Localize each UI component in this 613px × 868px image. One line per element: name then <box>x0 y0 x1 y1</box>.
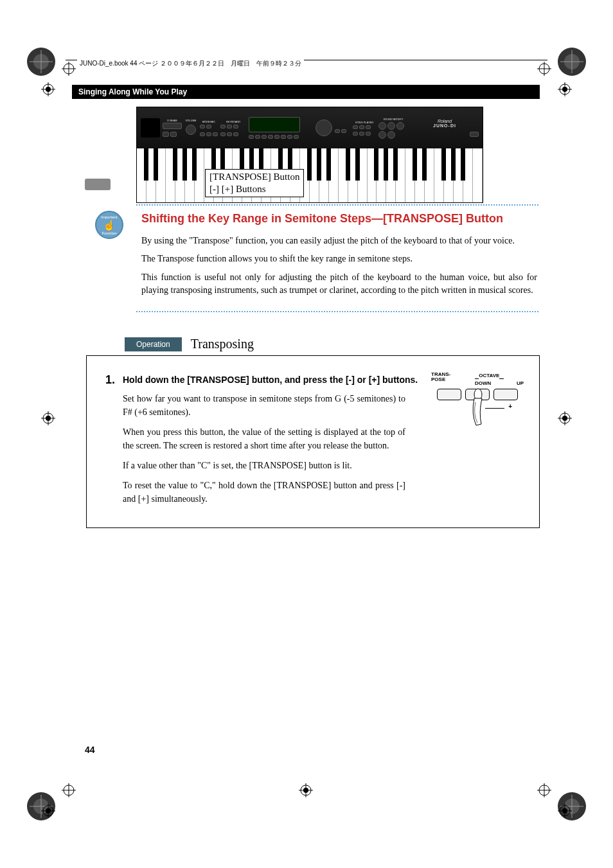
paragraph-2: The Transpose function allows you to shi… <box>141 252 537 265</box>
keyboard-top-panel: D BEAM VOLUME MODE/MIC <box>137 107 483 148</box>
svg-point-23 <box>46 808 51 813</box>
svg-point-17 <box>562 416 567 421</box>
procedure-box: 1. TRANS- POSE OCTAVE DOWN UP <box>86 355 540 528</box>
registration-mark-icon <box>41 804 55 818</box>
panel-label-dbeam: D BEAM <box>163 119 182 122</box>
keyboard-figure: D BEAM VOLUME MODE/MIC <box>136 107 483 203</box>
registration-mark-icon <box>537 783 551 797</box>
registration-mark-icon <box>558 82 572 96</box>
callout-line-2: [-] [+] Buttons <box>209 183 299 195</box>
illus-label-octave: OCTAVE <box>479 373 499 378</box>
illus-down-button <box>465 389 490 400</box>
transpose-button-illustration: TRANS- POSE OCTAVE DOWN UP <box>427 372 528 411</box>
panel-label-modemic: MODE/MIC <box>200 120 218 123</box>
svg-point-25 <box>562 808 567 813</box>
svg-point-11 <box>46 87 51 92</box>
registration-mark-icon <box>558 411 572 425</box>
illus-label-transpose: TRANS- POSE <box>431 372 450 387</box>
crop-mark-top-left <box>26 46 57 77</box>
registration-mark-icon <box>299 783 313 797</box>
registration-mark-icon <box>558 804 572 818</box>
section-header-bar: Singing Along While You Play <box>72 85 540 99</box>
operation-heading-row: Operation Transposing <box>125 337 540 351</box>
figure-callout: [TRANSPOSE] Button [-] [+] Buttons <box>205 169 304 197</box>
step-1-para-4: To reset the value to "C," hold down the… <box>123 479 405 506</box>
paragraph-3: This function is useful not only for adj… <box>141 271 537 297</box>
illus-plus-sign: + <box>508 402 512 411</box>
keyboard-keys: [TRANSPOSE] Button [-] [+] Buttons <box>137 148 483 202</box>
step-1-para-3: If a value other than "C" is set, the [T… <box>123 459 405 472</box>
page-number: 44 <box>85 745 95 755</box>
finger-press-icon <box>471 388 485 427</box>
registration-mark-icon <box>62 783 76 797</box>
illus-transpose-button <box>437 389 461 400</box>
registration-mark-icon <box>62 62 76 76</box>
registration-mark-icon <box>537 62 551 76</box>
icon-label-bottom: Function <box>102 231 116 235</box>
panel-label-brand: Roland <box>411 119 479 123</box>
registration-mark-icon <box>41 82 55 96</box>
panel-label-volume: VOLUME <box>184 119 197 122</box>
step-number: 1. <box>98 373 115 512</box>
step-1: 1. TRANS- POSE OCTAVE DOWN UP <box>98 373 528 512</box>
svg-point-15 <box>46 416 51 421</box>
step-1-para-1: Set how far you want to transpose in sem… <box>123 392 405 419</box>
registration-mark-icon <box>41 411 55 425</box>
illus-label-down: DOWN <box>475 380 491 387</box>
section-title: Shifting the Key Range in Semitone Steps… <box>141 212 540 226</box>
panel-label-model: JUNO-Di <box>411 123 479 128</box>
panel-label-keyboard: KEYBOARD <box>220 120 246 123</box>
panel-label-soundmodify: SOUND MODIFY <box>378 118 408 121</box>
step-1-para-2: When you press this button, the value of… <box>123 425 405 452</box>
illus-label-up: UP <box>517 380 524 387</box>
important-function-icon: Important ☝ Function <box>95 211 123 239</box>
dotted-separator <box>136 311 538 312</box>
dotted-separator <box>136 204 538 206</box>
panel-label-songplayer: SONG PLAYER <box>353 121 376 124</box>
header-filename-text: JUNO-Di_e.book 44 ページ ２００９年６月２２日 月曜日 午前９… <box>77 59 304 68</box>
operation-badge: Operation <box>125 337 182 351</box>
crop-mark-top-right <box>556 46 587 77</box>
callout-line-1: [TRANSPOSE] Button <box>209 171 299 183</box>
illus-up-button <box>493 389 518 400</box>
paragraph-1: By using the "Transpose" function, you c… <box>141 235 537 247</box>
operation-title: Transposing <box>191 337 254 351</box>
svg-point-19 <box>303 788 308 793</box>
page-content: Singing Along While You Play D BEAM VOLU… <box>72 85 540 528</box>
svg-point-13 <box>562 87 567 92</box>
